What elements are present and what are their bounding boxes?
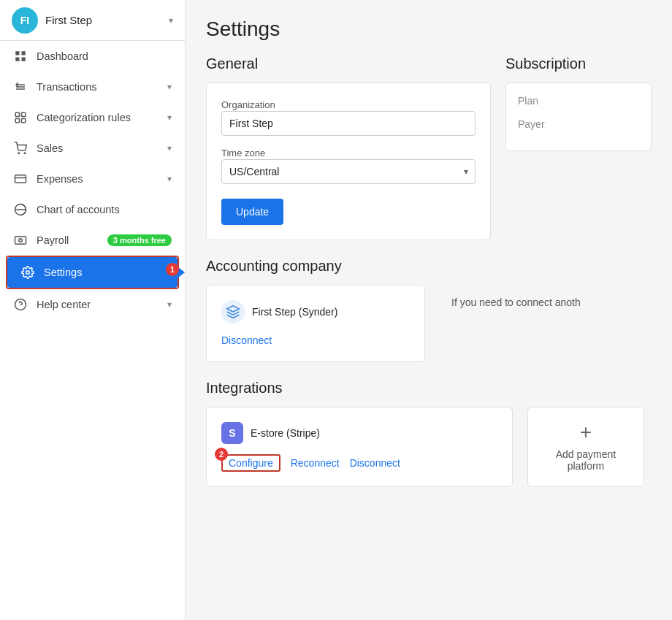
integration-actions: 2 Configure Reconnect Disconnect — [221, 454, 497, 472]
company-name: First Step — [45, 14, 161, 26]
svg-point-12 — [24, 153, 26, 154]
reconnect-link[interactable]: Reconnect — [291, 457, 340, 469]
subscription-section: Subscription Plan Payer — [505, 56, 652, 151]
timezone-select-wrapper: US/Central ▾ — [221, 159, 476, 184]
sidebar-item-settings[interactable]: Settings — [7, 257, 177, 288]
accounting-section-title: Accounting company — [206, 258, 652, 275]
expenses-icon — [13, 172, 28, 185]
chevron-down-icon: ▾ — [167, 299, 172, 310]
sidebar-item-label: Expenses — [37, 173, 159, 185]
sidebar-item-label: Chart of accounts — [37, 204, 172, 215]
company-row: First Step (Synder) — [221, 300, 410, 324]
integration-row: S E-store (Stripe) — [221, 422, 497, 444]
svg-rect-8 — [22, 112, 26, 116]
sidebar: FI First Step ▾ Dashboard Transactions ▾… — [0, 0, 186, 620]
free-badge: 3 months free — [107, 234, 172, 246]
payroll-icon — [13, 234, 28, 247]
svg-point-11 — [18, 153, 20, 154]
sidebar-item-label: Payroll — [37, 234, 99, 246]
svg-rect-1 — [22, 51, 26, 55]
update-button[interactable]: Update — [221, 199, 283, 225]
sidebar-item-categorization-rules[interactable]: Categorization rules ▾ — [0, 102, 185, 133]
general-section-title: General — [206, 56, 491, 72]
synder-icon — [221, 300, 245, 324]
svg-marker-21 — [227, 306, 240, 312]
plan-label: Plan — [518, 95, 639, 107]
sidebar-item-transactions[interactable]: Transactions ▾ — [0, 72, 185, 102]
svg-rect-2 — [15, 58, 19, 61]
help-icon — [13, 298, 28, 311]
integrations-section-title: Integrations — [206, 380, 652, 397]
integrations-card: S E-store (Stripe) 2 Configure Reconnect… — [206, 407, 513, 487]
company-name: First Step (Synder) — [252, 306, 337, 318]
chevron-down-icon: ▾ — [167, 82, 172, 92]
sidebar-item-chart-of-accounts[interactable]: Chart of accounts — [0, 194, 185, 225]
integrations-section: Integrations S E-store (Stripe) 2 Config… — [206, 380, 652, 487]
svg-rect-3 — [22, 58, 26, 61]
general-card: Organization Time zone US/Central ▾ Upda… — [206, 83, 491, 240]
sales-icon — [13, 142, 28, 155]
sidebar-item-label: Sales — [37, 142, 159, 154]
chevron-down-icon: ▾ — [167, 112, 172, 123]
svg-rect-17 — [15, 237, 26, 245]
integration-name: E-store (Stripe) — [251, 427, 320, 439]
svg-point-18 — [26, 271, 30, 275]
subscription-section-title: Subscription — [505, 56, 652, 72]
svg-rect-0 — [15, 51, 19, 55]
page-title: Settings — [206, 18, 652, 41]
dashboard-icon — [13, 50, 28, 63]
chart-icon — [13, 203, 28, 216]
accounting-section: Accounting company First Step (Synder) D… — [206, 258, 652, 362]
chevron-down-icon: ▾ — [167, 174, 172, 184]
settings-icon — [20, 266, 35, 279]
sidebar-item-label: Categorization rules — [37, 112, 159, 123]
chevron-down-icon: ▾ — [167, 143, 172, 153]
plus-icon: + — [580, 422, 592, 443]
svg-rect-13 — [15, 175, 26, 183]
rules-icon — [13, 111, 28, 124]
timezone-select[interactable]: US/Central — [221, 159, 476, 184]
svg-rect-9 — [15, 119, 19, 123]
disconnect-integration-link[interactable]: Disconnect — [350, 457, 400, 469]
settings-wrapper: 1 Settings — [6, 256, 179, 289]
organization-input[interactable] — [221, 111, 476, 136]
subscription-card: Plan Payer — [505, 83, 652, 151]
configure-btn-wrapper: 2 Configure — [221, 454, 280, 472]
settings-notification-badge: 1 — [166, 263, 179, 276]
add-platform-label: Add payment platform — [540, 448, 632, 472]
disconnect-link[interactable]: Disconnect — [221, 334, 272, 346]
company-chevron-icon: ▾ — [169, 15, 173, 26]
organization-label: Organization — [221, 99, 275, 110]
configure-button[interactable]: Configure — [221, 454, 280, 472]
sidebar-item-sales[interactable]: Sales ▾ — [0, 133, 185, 164]
sidebar-item-label: Help center — [37, 299, 159, 310]
svg-rect-10 — [22, 119, 26, 123]
sidebar-nav: Dashboard Transactions ▾ Categorization … — [0, 41, 185, 620]
sidebar-item-expenses[interactable]: Expenses ▾ — [0, 164, 185, 194]
sidebar-item-label: Settings — [44, 267, 164, 278]
avatar: FI — [12, 7, 38, 34]
transactions-icon — [13, 80, 28, 93]
add-payment-platform-button[interactable]: + Add payment platform — [527, 407, 644, 487]
general-section: General Organization Time zone US/Centra… — [206, 56, 491, 240]
sidebar-item-dashboard[interactable]: Dashboard — [0, 41, 185, 72]
general-section-row: General Organization Time zone US/Centra… — [206, 56, 652, 240]
accounting-card: First Step (Synder) Disconnect — [206, 285, 425, 362]
integration-notification-badge: 2 — [215, 448, 228, 461]
payer-label: Payer — [518, 118, 639, 130]
sidebar-item-label: Dashboard — [37, 50, 172, 62]
stripe-icon: S — [221, 422, 243, 444]
sidebar-item-help-center[interactable]: Help center ▾ — [0, 289, 185, 320]
sidebar-item-label: Transactions — [37, 81, 159, 93]
main-content: Settings General Organization Time zone … — [186, 0, 672, 620]
svg-rect-7 — [15, 112, 19, 116]
sidebar-header[interactable]: FI First Step ▾ — [0, 0, 185, 41]
timezone-label: Time zone — [221, 148, 265, 158]
sidebar-item-payroll[interactable]: Payroll 3 months free — [0, 225, 185, 256]
accounting-side-text: If you need to connect anoth — [440, 285, 652, 320]
